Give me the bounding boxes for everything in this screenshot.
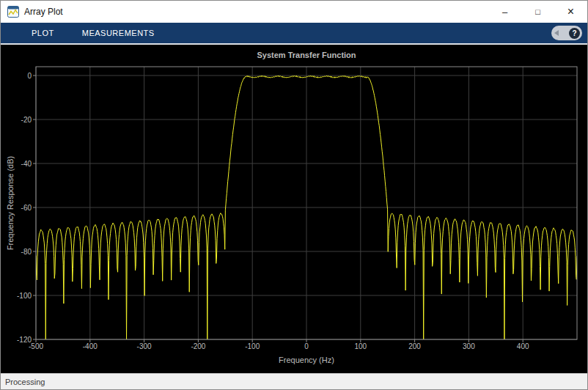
chart-canvas xyxy=(1,45,587,373)
y-tick-label: -60 xyxy=(21,204,32,212)
x-tick-label: -100 xyxy=(245,342,260,350)
chart-title: System Transfer Function xyxy=(36,51,577,59)
x-tick-label: 400 xyxy=(517,342,529,350)
array-plot-window: Array Plot – □ × PLOT MEASUREMENTS ? Sys… xyxy=(0,0,588,390)
help-icon: ? xyxy=(569,28,580,39)
x-tick-label: -400 xyxy=(83,342,98,350)
toolstrip: PLOT MEASUREMENTS ? xyxy=(1,23,587,43)
y-tick-label: -20 xyxy=(21,116,32,124)
y-tick-label: -100 xyxy=(17,292,32,300)
status-text: Processing xyxy=(5,378,45,386)
y-axis-label: Frequency Response (dB) xyxy=(6,156,15,250)
y-tick-label: 0 xyxy=(27,72,32,80)
maximize-button[interactable]: □ xyxy=(521,1,554,23)
plot-figure: System Transfer Function Frequency Respo… xyxy=(1,43,587,373)
x-tick-label: 300 xyxy=(463,342,475,350)
tab-plot[interactable]: PLOT xyxy=(32,29,54,37)
x-tick-label: -300 xyxy=(137,342,152,350)
y-tick-label: -40 xyxy=(21,160,32,168)
tab-measurements[interactable]: MEASUREMENTS xyxy=(82,29,155,37)
titlebar[interactable]: Array Plot – □ × xyxy=(1,1,587,23)
x-tick-label: -200 xyxy=(191,342,205,350)
x-tick-label: 200 xyxy=(408,342,421,350)
y-tick-label: -80 xyxy=(21,248,32,256)
x-axis-label: Frequency (Hz) xyxy=(36,356,577,364)
window-title: Array Plot xyxy=(24,7,63,17)
y-tick-label: -120 xyxy=(17,336,32,344)
window-controls: – □ × xyxy=(488,1,587,23)
app-icon xyxy=(7,6,19,18)
minimize-button[interactable]: – xyxy=(488,1,521,23)
close-button[interactable]: × xyxy=(554,1,587,23)
x-tick-label: 0 xyxy=(304,342,309,350)
x-tick-label: 100 xyxy=(354,342,367,350)
collapse-chevron-icon xyxy=(554,30,559,36)
help-button[interactable]: ? xyxy=(551,26,582,40)
x-tick-label: -500 xyxy=(29,342,43,350)
statusbar: Processing xyxy=(1,373,587,389)
